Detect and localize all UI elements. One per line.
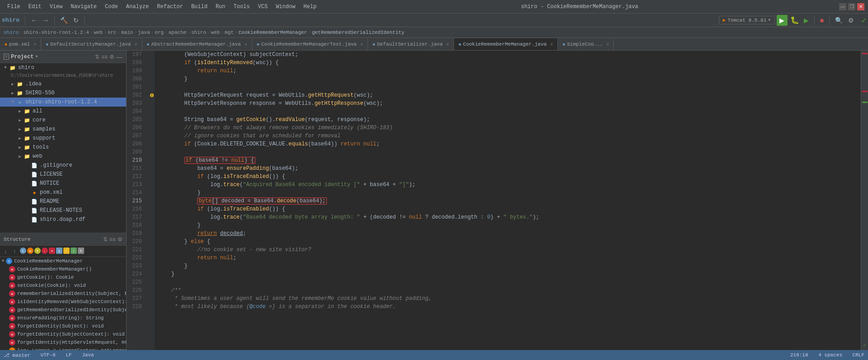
tab-cookieremember[interactable]: ◆ CookieRememberMeManager.java ✕: [454, 38, 558, 50]
tab-pomxml[interactable]: ◆ pom.xml ✕: [0, 38, 41, 50]
project-dropdown-icon[interactable]: ▼: [35, 55, 38, 59]
struct-item-isidentityremoved[interactable]: m isIdentityRemoved(WebSubjectContext): …: [0, 298, 126, 306]
tree-item-shiro-root[interactable]: ▼ ◆ shiro-shiro-root-1.2.4: [0, 98, 126, 107]
debug-button[interactable]: 🐛: [789, 15, 800, 26]
settings-button[interactable]: ⚙: [846, 16, 856, 25]
tab-close-2[interactable]: ✕: [245, 42, 247, 47]
tree-item-pomxml[interactable]: ◆ pom.xml: [0, 188, 126, 197]
tree-item-tools[interactable]: ▶ 📁 tools: [0, 143, 126, 152]
tree-item-notice[interactable]: 📄 NOTICE: [0, 179, 126, 188]
tree-item-readme[interactable]: 📄 README: [0, 197, 126, 206]
status-linesep[interactable]: LF: [66, 352, 71, 358]
bc-java[interactable]: java: [138, 30, 150, 35]
tree-item-license[interactable]: 📄 LICENSE: [0, 170, 126, 179]
tab-close-pomxml[interactable]: ✕: [33, 42, 36, 47]
tree-item-doap[interactable]: 📄 shiro.doap.rdf: [0, 215, 126, 224]
struct-item-forgetidentity2[interactable]: m forgetIdentity(SubjectContext): void: [0, 330, 126, 338]
bc-main[interactable]: main: [121, 30, 133, 35]
structure-sort-button[interactable]: ⇅: [103, 236, 108, 243]
menu-code[interactable]: Code: [101, 3, 122, 11]
stop-button[interactable]: ■: [818, 16, 826, 25]
tree-item-samples[interactable]: ▶ 📁 samples: [0, 125, 126, 134]
tab-defaultsecurity[interactable]: ◆ DefaultSecurityManager.java ✕: [41, 38, 142, 50]
minimize-panel-button[interactable]: —: [116, 53, 123, 61]
struct-item-getremembered[interactable]: m getRememberedSerializedIdentity(Subjec…: [0, 306, 126, 314]
bc-web2[interactable]: web: [211, 30, 220, 35]
menu-help[interactable]: Help: [300, 3, 320, 11]
bc-apache[interactable]: apache: [169, 30, 187, 35]
struct-item-rememberserialized[interactable]: m rememberSerializedIdentity(Subject, by…: [0, 290, 126, 298]
build-button[interactable]: 🔨: [58, 16, 70, 25]
tab-close-3[interactable]: ✕: [360, 42, 363, 47]
tab-close-4[interactable]: ✕: [446, 42, 449, 47]
tab-simplecoo[interactable]: ◆ SimpleCoo... ✕: [558, 38, 614, 50]
structure-group-button[interactable]: ≡≡: [109, 236, 116, 243]
struct-btn-1[interactable]: ↓: [2, 248, 9, 255]
tab-defaultserializer[interactable]: ◆ DefaultSerializer.java ✕: [368, 38, 454, 50]
tab-cookietest[interactable]: ◆ CookieRememberMeManagerTest.java ✕: [252, 38, 368, 50]
status-lang[interactable]: Java: [82, 352, 94, 358]
tree-item-gitignore[interactable]: 📄 .gitignore: [0, 161, 126, 170]
struct-item-forgetidentity1[interactable]: m forgetIdentity(Subject): void: [0, 322, 126, 330]
tree-item-releasenotes[interactable]: 📄 RELEASE-NOTES: [0, 206, 126, 215]
struct-icon-c[interactable]: C: [20, 248, 26, 254]
tree-item-shiro[interactable]: ▼ 📁 shiro: [0, 63, 126, 72]
menu-window[interactable]: Window: [272, 3, 299, 11]
close-button[interactable]: ✕: [857, 3, 864, 10]
tree-item-all[interactable]: ▶ 📁 all: [0, 107, 126, 116]
tab-close-5[interactable]: ✕: [550, 42, 553, 47]
struct-icon-blue[interactable]: i: [56, 248, 62, 254]
sort-button[interactable]: ⇅: [95, 53, 99, 61]
forward-button[interactable]: →: [41, 16, 51, 25]
coverage-button[interactable]: ▶: [802, 16, 811, 25]
editor-content[interactable]: 197 198 199 200 201 202 203 204 205 206 …: [127, 51, 868, 350]
struct-item-ensurepadding[interactable]: m ensurePadding(String): String: [0, 314, 126, 322]
menu-refactor[interactable]: Refactor: [153, 3, 187, 11]
menu-tools[interactable]: Tools: [230, 3, 254, 11]
struct-item-constructor[interactable]: m CookieRememberMeManager(): [0, 265, 126, 273]
struct-item-log[interactable]: f log: Logger = LoggerFactory.getLogger(…: [0, 346, 126, 350]
menu-analyze[interactable]: Analyze: [123, 3, 152, 11]
bc-org[interactable]: org: [155, 30, 164, 35]
menu-run[interactable]: Run: [212, 3, 229, 11]
struct-item-getcookie[interactable]: m getCookie(): Cookie: [0, 273, 126, 281]
struct-btn-2[interactable]: ↑: [11, 248, 18, 255]
bc-shiro2[interactable]: shiro: [191, 30, 206, 35]
bc-shiro-root[interactable]: shiro-shiro-root-1.2.4: [24, 30, 89, 35]
bc-class[interactable]: CookieRememberMeManager: [238, 30, 307, 35]
bc-mgt[interactable]: mgt: [225, 30, 234, 35]
search-button[interactable]: 🔍: [833, 16, 844, 25]
tree-item-web[interactable]: ▶ 📁 web: [0, 152, 126, 161]
bc-src[interactable]: src: [108, 30, 117, 35]
struct-icon-gray[interactable]: ≡: [78, 248, 84, 254]
tree-item-support[interactable]: ▶ 📁 support: [0, 134, 126, 143]
status-encoding[interactable]: UTF-8: [41, 352, 56, 358]
status-git[interactable]: ⎇ master: [4, 352, 30, 358]
tab-close-6[interactable]: ✕: [606, 42, 609, 47]
menu-vcs[interactable]: VCS: [255, 3, 272, 11]
maximize-button[interactable]: ❐: [848, 3, 855, 10]
code-area[interactable]: (WebSubjectContext) subjectContext; if (…: [155, 51, 861, 350]
menu-edit[interactable]: Edit: [25, 3, 45, 11]
tab-close-1[interactable]: ✕: [135, 42, 137, 47]
tree-item-idea[interactable]: ▶ 📁 .idea: [0, 79, 126, 89]
menu-build[interactable]: Build: [188, 3, 211, 11]
run-button[interactable]: ▶: [777, 15, 788, 26]
bc-shiro[interactable]: shiro: [4, 30, 19, 35]
struct-icon-r[interactable]: -: [42, 248, 48, 254]
menu-file[interactable]: File: [4, 3, 24, 11]
struct-icon-green[interactable]: ↕: [71, 248, 77, 254]
struct-icon-yellow[interactable]: !: [63, 248, 70, 254]
tree-item-shiro550[interactable]: ▶ 📁 SHIRO-550: [0, 89, 126, 98]
sync-button[interactable]: ↻: [71, 16, 80, 25]
settings-icon[interactable]: ⚙: [109, 53, 114, 61]
bc-web[interactable]: web: [94, 30, 103, 35]
struct-item-class[interactable]: ▼ C CookieRememberMeManager: [0, 257, 126, 265]
struct-item-setcookie[interactable]: m setCookie(Cookie): void: [0, 281, 126, 290]
menu-navigate[interactable]: Navigate: [67, 3, 100, 11]
bc-method[interactable]: getRememberedSerializedIdentity: [312, 30, 405, 35]
structure-settings-button[interactable]: ⚙: [118, 236, 123, 243]
run-configuration[interactable]: ▶ Tomcat 8.5.81 ▼: [719, 16, 775, 24]
tree-item-core[interactable]: ▶ 📁 core: [0, 116, 126, 125]
back-button[interactable]: ←: [29, 16, 39, 25]
